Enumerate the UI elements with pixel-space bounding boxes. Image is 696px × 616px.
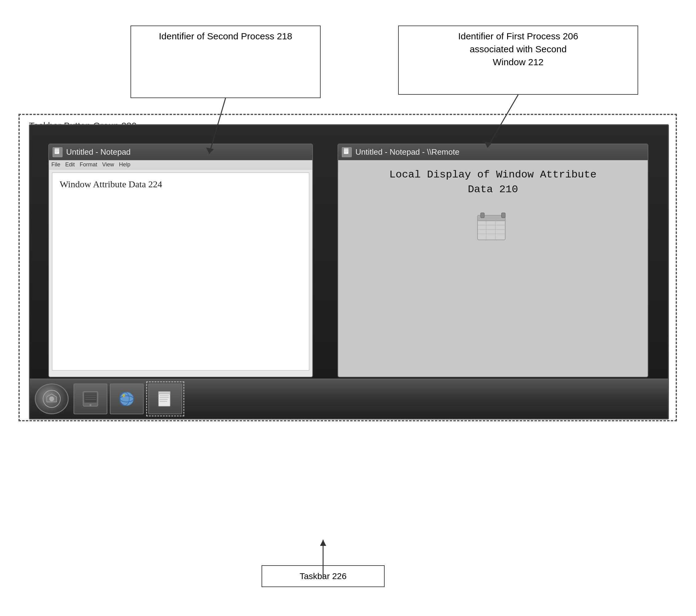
taskbar-button-group: Taskbar Button Group 230 Untitle <box>18 114 677 421</box>
menu-edit[interactable]: Edit <box>65 161 75 168</box>
svg-point-28 <box>120 392 133 406</box>
taskbar-button-phone[interactable] <box>74 384 107 414</box>
svg-marker-43 <box>320 540 326 546</box>
window-left[interactable]: Untitled - Notepad File Edit Format View… <box>48 144 313 377</box>
taskbar-annotation-box: Taskbar 226 <box>262 565 385 587</box>
first-process-label: Identifier of First Process 206associate… <box>458 31 578 67</box>
taskbar-button-notepad[interactable] <box>148 384 182 414</box>
left-window-title: Untitled - Notepad <box>66 147 131 157</box>
svg-rect-12 <box>480 213 484 218</box>
second-process-label: Identifier of Second Process 218 <box>159 31 292 41</box>
menu-view[interactable]: View <box>102 161 114 168</box>
right-window-titlebar: Untitled - Notepad - \\Remote <box>338 144 648 160</box>
svg-rect-13 <box>502 213 505 218</box>
taskbar-label: Taskbar 226 <box>300 571 347 581</box>
left-window-text: Window Attribute Data 224 <box>52 173 309 371</box>
diagram-container: Taskbar Button Group 230 Untitle <box>18 114 677 523</box>
desktop: Untitled - Notepad File Edit Format View… <box>29 124 669 420</box>
start-button[interactable] <box>35 384 69 414</box>
window-right[interactable]: Untitled - Notepad - \\Remote Local Disp… <box>337 144 648 377</box>
notepad-icon-right <box>342 147 352 157</box>
svg-rect-1 <box>54 148 59 149</box>
taskbar-button-ie[interactable]: e <box>110 384 144 414</box>
notepad-icon-left <box>53 147 62 157</box>
window-attribute-data: Window Attribute Data 224 <box>60 179 162 189</box>
remote-window-text: Local Display of Window AttributeData 21… <box>389 167 596 197</box>
menu-file[interactable]: File <box>51 161 60 168</box>
remote-window-icon <box>473 209 513 250</box>
svg-point-23 <box>90 404 91 406</box>
svg-rect-6 <box>344 148 349 149</box>
left-window-titlebar: Untitled - Notepad <box>49 144 312 160</box>
svg-text:e: e <box>123 393 125 398</box>
taskbar-btn-group-dashed <box>146 382 184 417</box>
first-process-annotation-box: Identifier of First Process 206associate… <box>398 26 638 95</box>
left-window-content: File Edit Format View Help Window Attrib… <box>49 160 312 377</box>
right-window-title: Untitled - Notepad - \\Remote <box>355 147 459 157</box>
svg-point-20 <box>49 396 54 401</box>
taskbar: e <box>30 378 668 419</box>
left-window-menubar: File Edit Format View Help <box>49 160 312 169</box>
right-window-content: Local Display of Window AttributeData 21… <box>338 160 648 377</box>
menu-help[interactable]: Help <box>119 161 130 168</box>
menu-format[interactable]: Format <box>80 161 97 168</box>
svg-rect-33 <box>158 391 170 394</box>
second-process-annotation-box: Identifier of Second Process 218 <box>130 26 321 98</box>
